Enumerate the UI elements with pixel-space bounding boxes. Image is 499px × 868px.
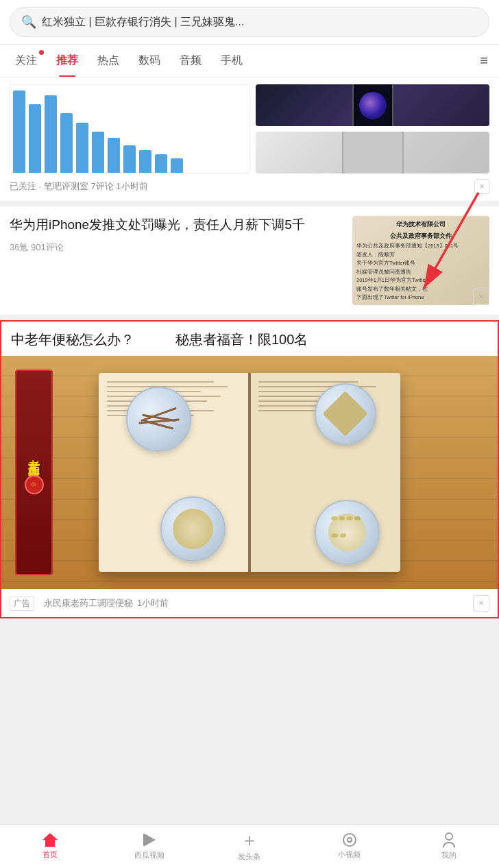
banner-close-button[interactable]: × <box>474 179 489 194</box>
herb-plate-1 <box>126 387 191 452</box>
nav-item-publish[interactable]: ＋ 发头条 <box>199 831 300 862</box>
doc-image: 华为技术有限公司 公共及政府事务部文件 华为公共及政府事务部通知【2019】00… <box>352 216 489 305</box>
video-inner-circle <box>347 837 352 843</box>
video-icon <box>343 833 356 847</box>
search-input-box[interactable]: 🔍 红米独立 | 巨款存银行消失 | 三兄妹驱鬼... <box>10 7 489 37</box>
nav-label-home: 首页 <box>42 849 58 860</box>
left-banner: 老药工便秘妙招 印 <box>15 370 53 575</box>
doc-company: 华为技术有限公司 <box>356 220 485 229</box>
nav-item-home[interactable]: 首页 <box>0 833 100 860</box>
banner-chart <box>10 84 250 173</box>
ad-meta: 广告 永民康老药工调理便秘 1小时前 <box>10 596 473 611</box>
tab-audio[interactable]: 音频 <box>170 45 211 77</box>
nav-label-profile: 我的 <box>441 850 457 860</box>
chart-bar <box>92 132 104 173</box>
tab-hot[interactable]: 热点 <box>88 45 129 77</box>
chart-bar <box>29 104 41 173</box>
nav-item-video[interactable]: 小视频 <box>300 833 400 860</box>
tab-follow[interactable]: 关注 <box>5 45 47 77</box>
news-meta: 36氪 901评论 <box>10 241 344 254</box>
herb-plate-2 <box>315 383 376 445</box>
home-body <box>45 840 55 847</box>
user-head <box>445 832 453 841</box>
doc-dept: 公共及政府事务部文件 <box>356 232 485 241</box>
play-icon <box>142 832 157 847</box>
nav-item-profile[interactable]: 我的 <box>399 832 499 860</box>
nav-label-video: 小视频 <box>338 849 361 860</box>
medicine-book <box>99 373 400 572</box>
banner-images <box>10 84 489 173</box>
chart-bar <box>139 150 151 173</box>
nav-tabs: 关注 推荐 热点 数码 音频 手机 ≡ <box>0 45 499 77</box>
tab-recommend[interactable]: 推荐 <box>47 45 88 77</box>
nav-menu-button[interactable]: ≡ <box>474 53 494 69</box>
chart-bar <box>60 113 73 173</box>
ad-title[interactable]: 中老年便秘怎么办？ 秘患者福音！限100名 <box>1 322 498 356</box>
home-icon <box>42 833 58 847</box>
chart-bar <box>76 123 88 173</box>
medicine-scene: 老药工便秘妙招 印 <box>1 356 498 589</box>
banner-meta-text: 已关注 · 笔吧评测室 7评论 1小时前 <box>10 180 148 193</box>
ad-image[interactable]: 老药工便秘妙招 印 <box>1 356 498 589</box>
news-thumbnail[interactable]: 华为技术有限公司 公共及政府事务部文件 华为公共及政府事务部通知【2019】00… <box>352 216 489 305</box>
ad-badge: 广告 <box>10 596 34 611</box>
plus-icon: ＋ <box>241 831 258 849</box>
ad-source: 永民康老药工调理便秘 <box>44 597 133 610</box>
seal: 印 <box>25 475 44 494</box>
nav-label-xigua: 西瓜视频 <box>134 850 165 860</box>
herb-sticks-1 <box>137 398 181 442</box>
left-banner-text: 老药工便秘妙招 <box>26 450 42 470</box>
news-text: 华为用iPhone发推文处罚曝光，责任人月薪下调5千 36氪 901评论 <box>10 216 344 254</box>
tablet-icon <box>352 84 393 126</box>
news-card: 华为用iPhone发推文处罚曝光，责任人月薪下调5千 36氪 901评论 华为技… <box>0 206 499 315</box>
search-bar: 🔍 红米独立 | 巨款存银行消失 | 三兄妹驱鬼... <box>0 0 499 45</box>
ad-close-button[interactable]: × <box>473 595 489 612</box>
news-content: 华为用iPhone发推文处罚曝光，责任人月薪下调5千 36氪 901评论 华为技… <box>10 216 489 305</box>
chart-bar <box>45 95 57 173</box>
search-icon: 🔍 <box>21 14 36 29</box>
play-triangle <box>143 833 156 847</box>
surface-icon <box>342 132 404 173</box>
user-body <box>443 842 455 847</box>
home-roof <box>42 833 58 840</box>
notification-dot <box>39 50 44 55</box>
chart-bar <box>155 154 167 173</box>
banner-thumbnails <box>256 84 489 173</box>
galaxy-image <box>359 92 387 119</box>
tab-phone[interactable]: 手机 <box>211 45 252 77</box>
nav-item-xigua[interactable]: 西瓜视频 <box>100 832 200 860</box>
news-close-button[interactable]: × <box>473 289 489 305</box>
user-icon <box>443 832 455 847</box>
tab-digital[interactable]: 数码 <box>129 45 170 77</box>
thumbnail-tablet-white[interactable] <box>256 132 489 173</box>
chart-bar <box>13 91 25 173</box>
chart-bar <box>123 145 136 173</box>
news-title[interactable]: 华为用iPhone发推文处罚曝光，责任人月薪下调5千 <box>10 216 344 234</box>
ad-card: 中老年便秘怎么办？ 秘患者福音！限100名 老药工便秘妙招 印 <box>0 320 499 618</box>
herb-plate-3 <box>160 496 226 562</box>
banner-card: 已关注 · 笔吧评测室 7评论 1小时前 × <box>0 77 499 201</box>
herb-plate-4 <box>315 500 380 565</box>
nav-label-publish: 发头条 <box>238 852 260 862</box>
ad-footer: 广告 永民康老药工调理便秘 1小时前 × <box>1 589 498 617</box>
thumbnail-tablet-dark[interactable] <box>256 84 489 126</box>
chart-bar <box>171 158 183 173</box>
bottom-nav: 首页 西瓜视频 ＋ 发头条 小视频 我的 <box>0 824 499 868</box>
search-text[interactable]: 红米独立 | 巨款存银行消失 | 三兄妹驱鬼... <box>42 15 478 29</box>
chart-bar <box>108 138 120 173</box>
ad-time: 1小时前 <box>137 597 169 610</box>
banner-meta: 已关注 · 笔吧评测室 7评论 1小时前 × <box>10 179 489 194</box>
